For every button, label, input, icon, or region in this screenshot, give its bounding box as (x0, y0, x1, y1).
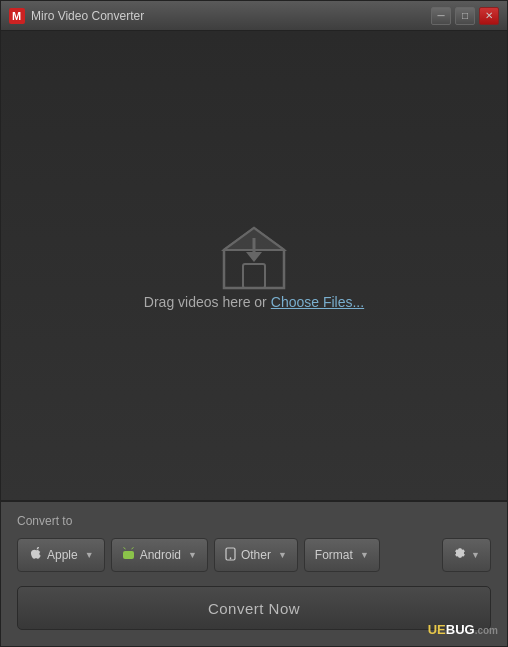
title-bar: M Miro Video Converter ─ □ ✕ (1, 1, 507, 31)
gear-icon (453, 547, 467, 564)
window-controls: ─ □ ✕ (431, 7, 499, 25)
maximize-button[interactable]: □ (455, 7, 475, 25)
choose-files-link[interactable]: Choose Files... (271, 294, 364, 310)
svg-line-11 (131, 547, 133, 549)
window-title: Miro Video Converter (31, 9, 431, 23)
main-window: M Miro Video Converter ─ □ ✕ Drag videos… (0, 0, 508, 647)
svg-line-10 (123, 547, 125, 549)
android-icon (122, 547, 135, 564)
other-label: Other (241, 548, 271, 562)
svg-marker-6 (246, 252, 262, 262)
minimize-button[interactable]: ─ (431, 7, 451, 25)
format-dropdown-arrow: ▼ (360, 550, 369, 560)
android-dropdown-arrow: ▼ (188, 550, 197, 560)
format-label: Format (315, 548, 353, 562)
svg-rect-4 (243, 264, 265, 288)
apple-label: Apple (47, 548, 78, 562)
svg-rect-9 (123, 551, 134, 559)
convert-now-button[interactable]: Convert Now (17, 586, 491, 630)
settings-button[interactable]: ▼ (442, 538, 491, 572)
android-label: Android (140, 548, 181, 562)
bottom-panel: Convert to Apple ▼ (1, 502, 507, 646)
apple-button[interactable]: Apple ▼ (17, 538, 105, 572)
apple-dropdown-arrow: ▼ (85, 550, 94, 560)
android-button[interactable]: Android ▼ (111, 538, 208, 572)
apple-icon (28, 547, 42, 564)
drop-text-container: Drag videos here or Choose Files... (144, 294, 364, 310)
drop-instruction: Drag videos here or (144, 294, 267, 310)
other-dropdown-arrow: ▼ (278, 550, 287, 560)
format-button[interactable]: Format ▼ (304, 538, 380, 572)
convert-to-label: Convert to (17, 514, 491, 528)
device-buttons-row: Apple ▼ Android ▼ (17, 538, 491, 572)
drop-area[interactable]: Drag videos here or Choose Files... (1, 31, 507, 502)
drop-icon (218, 222, 290, 294)
other-icon (225, 547, 236, 564)
app-icon: M (9, 8, 25, 24)
svg-text:M: M (12, 10, 21, 22)
close-button[interactable]: ✕ (479, 7, 499, 25)
settings-dropdown-arrow: ▼ (471, 550, 480, 560)
other-button[interactable]: Other ▼ (214, 538, 298, 572)
